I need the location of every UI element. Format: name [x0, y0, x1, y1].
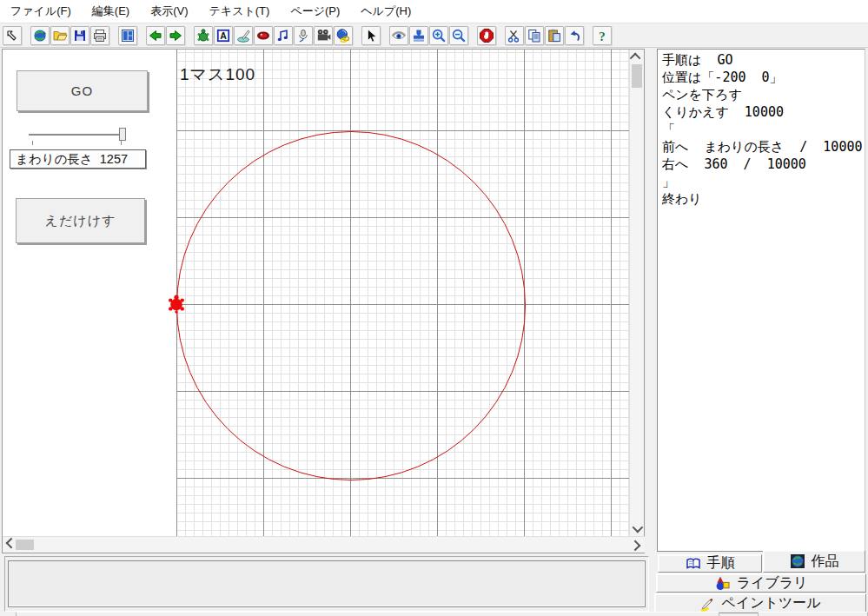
text-tool-icon: A: [215, 28, 231, 43]
save-icon: [72, 28, 88, 43]
melody-button[interactable]: [274, 26, 293, 45]
code-line: 手順は GO: [662, 51, 865, 69]
print-button[interactable]: [90, 26, 109, 45]
pen-tool-button[interactable]: [234, 26, 253, 45]
forward-arrow-icon: [168, 28, 183, 43]
menu-item-4[interactable]: ページ(P): [280, 0, 350, 23]
zoom-out-button[interactable]: [449, 26, 468, 45]
scissors-icon: [507, 28, 522, 43]
toolbar-group: [389, 26, 469, 45]
message-box[interactable]: [8, 560, 646, 607]
stamp-button[interactable]: [409, 26, 428, 45]
tab-procedure-label: 手順: [707, 554, 735, 573]
menu-item-0[interactable]: ファイル(F): [0, 0, 82, 23]
undo-button[interactable]: [565, 26, 584, 45]
undo-icon: [567, 28, 582, 43]
globe-icon: [790, 553, 805, 569]
scroll-up-button[interactable]: [630, 50, 643, 63]
toolbar-group: [30, 26, 110, 45]
length-slider[interactable]: [27, 126, 131, 145]
help-button[interactable]: ?: [593, 26, 612, 45]
ball-chain-button[interactable]: [334, 26, 353, 45]
slider-handle[interactable]: [119, 128, 126, 141]
code-line: 右へ 360 / 10000: [662, 156, 865, 173]
forward-arrow-button[interactable]: [166, 26, 185, 45]
scissors-button[interactable]: [505, 26, 524, 45]
slider-tick: [121, 141, 122, 145]
drawing-canvas[interactable]: 1マス100 GO まわりの長さ 1257 えだけけす: [3, 50, 629, 536]
tab-library[interactable]: ライブラリ: [656, 573, 866, 593]
book-icon: [686, 556, 701, 572]
window-tiles-icon: [120, 28, 136, 43]
procedure-editor[interactable]: 手順は GO位置は「-200 0」ペンを下ろすくりかえす 10000「前へ まわ…: [657, 49, 865, 552]
go-button[interactable]: GO: [17, 70, 148, 111]
tab-procedure[interactable]: 手順: [658, 554, 762, 573]
zoom-in-icon: [431, 28, 447, 43]
chevron-down-icon: [633, 522, 644, 533]
scroll-down-button[interactable]: [630, 522, 643, 535]
open-folder-button[interactable]: [50, 26, 70, 45]
tab-work-label: 作品: [812, 553, 839, 571]
oval-widget-button[interactable]: [254, 26, 273, 45]
nav-arrow-icon: [4, 28, 20, 43]
cursor-icon: [363, 28, 379, 43]
world-button[interactable]: [30, 26, 50, 45]
nav-arrow-button[interactable]: [3, 26, 22, 45]
length-display: まわりの長さ 1257: [10, 149, 146, 169]
stop-hand-button[interactable]: [477, 26, 496, 45]
horizontal-scroll-thumb[interactable]: [16, 540, 34, 550]
movie-camera-icon: [315, 28, 331, 43]
turtle-sprite[interactable]: [165, 293, 188, 315]
menu-item-2[interactable]: 表示(V): [140, 0, 198, 23]
menu-item-5[interactable]: ヘルプ(H): [350, 0, 421, 23]
toolbar-group: [3, 26, 23, 45]
toolbar-group: A: [194, 26, 354, 45]
code-line: 終わり: [662, 190, 865, 208]
back-arrow-button[interactable]: [146, 26, 165, 45]
stop-hand-icon: [479, 28, 494, 43]
canvas-pane: 1マス100 GO まわりの長さ 1257 えだけけす: [2, 49, 645, 553]
paintbrush-icon: [699, 596, 715, 612]
menu-item-3[interactable]: テキスト(T): [199, 0, 281, 23]
ball-chain-icon: [335, 28, 351, 43]
tab-paint-tool[interactable]: ペイントツール: [654, 593, 866, 613]
text-tool-button[interactable]: A: [214, 26, 233, 45]
window-tiles-button[interactable]: [118, 26, 137, 45]
turtle-tool-button[interactable]: [194, 26, 213, 45]
help-icon: ?: [594, 28, 610, 43]
menu-bar: ファイル(F)編集(E)表示(V)テキスト(T)ページ(P)ヘルプ(H): [0, 0, 868, 23]
cursor-button[interactable]: [361, 26, 381, 45]
print-icon: [92, 28, 108, 43]
eye-icon: [391, 28, 407, 43]
toolbar-group: [146, 26, 186, 45]
melody-icon: [275, 28, 291, 43]
menu-item-1[interactable]: 編集(E): [82, 0, 140, 23]
grid-scale-label: 1マス100: [180, 63, 255, 86]
horizontal-scrollbar[interactable]: [3, 536, 645, 553]
vertical-scroll-thumb[interactable]: [632, 64, 642, 88]
drawn-circle: [176, 131, 526, 480]
tab-library-label: ライブラリ: [737, 574, 808, 593]
paste-button[interactable]: [545, 26, 564, 45]
erase-picture-button[interactable]: えだけけす: [16, 198, 145, 243]
zoom-in-button[interactable]: [429, 26, 448, 45]
scroll-left-button[interactable]: [3, 538, 17, 551]
code-line: 」: [662, 173, 865, 190]
zoom-out-icon: [451, 28, 467, 43]
app-window: { "menu": { "items": ["ファイル(F)", "編集(E)"…: [0, 0, 868, 616]
vertical-scrollbar[interactable]: [629, 50, 644, 536]
svg-text:A: A: [220, 30, 227, 41]
tab-work[interactable]: 作品: [763, 550, 865, 573]
bottom-strip-right: [758, 612, 868, 616]
save-button[interactable]: [70, 26, 89, 45]
copy-button[interactable]: [525, 26, 544, 45]
turtle-tool-icon: [195, 28, 211, 43]
stamp-icon: [411, 28, 427, 43]
code-line: 位置は「-200 0」: [662, 69, 865, 86]
microphone-button[interactable]: [294, 26, 313, 45]
code-line: ペンを下ろす: [662, 86, 865, 103]
pen-tool-icon: [235, 28, 251, 43]
scroll-right-button[interactable]: [630, 538, 643, 551]
movie-camera-button[interactable]: [314, 26, 333, 45]
eye-button[interactable]: [389, 26, 408, 45]
